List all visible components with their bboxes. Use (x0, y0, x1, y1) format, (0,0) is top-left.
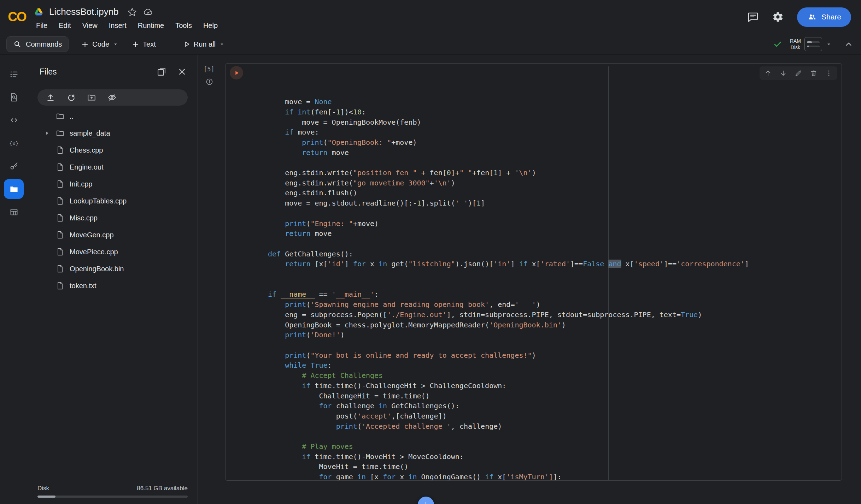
code-line[interactable]: print('Spawning engine and reading openi… (268, 300, 837, 310)
code-line[interactable]: if move: (268, 127, 837, 137)
code-line[interactable]: move = None (268, 97, 837, 107)
share-button[interactable]: Share (797, 7, 851, 27)
code-line[interactable]: ChallengeHit = time.time() (268, 391, 837, 401)
add-code-button[interactable]: Code (76, 36, 124, 52)
file-name: sample_data (70, 129, 110, 137)
menu-view[interactable]: View (77, 20, 103, 31)
code-line[interactable] (268, 279, 837, 290)
file-row[interactable]: sample_data (28, 125, 198, 142)
add-text-button[interactable]: Text (126, 36, 161, 52)
file-row[interactable]: Chess.cpp (28, 142, 198, 159)
notebook-title[interactable]: LichessBot.ipynb (49, 6, 119, 17)
code-line[interactable]: OpeningBook = chess.polyglot.MemoryMappe… (268, 320, 837, 330)
code-line[interactable] (268, 340, 837, 350)
collapse-header-button[interactable] (844, 40, 853, 49)
code-line[interactable]: return move (268, 148, 837, 158)
menu-edit[interactable]: Edit (53, 20, 76, 31)
menu-help[interactable]: Help (198, 20, 223, 31)
code-line[interactable]: # Accept Challenges (268, 370, 837, 381)
menu-tools[interactable]: Tools (170, 20, 198, 31)
code-line[interactable]: while True: (268, 360, 837, 370)
file-row[interactable]: .. (28, 108, 198, 125)
move-cell-up-button[interactable] (762, 67, 774, 79)
sidebar-variables-button[interactable]: {x} (4, 133, 24, 153)
panel-close-button[interactable] (177, 67, 187, 77)
edit-cell-ai-button[interactable] (792, 67, 805, 79)
sidebar-secrets-button[interactable] (4, 156, 24, 176)
sidebar-snippets-button[interactable] (4, 110, 24, 130)
code-line[interactable]: print('Done!') (268, 330, 837, 340)
code-line[interactable]: move = eng.stdout.readline()[:-1].split(… (268, 198, 837, 208)
move-cell-down-button[interactable] (777, 67, 790, 79)
sidebar-files-button[interactable] (4, 179, 24, 199)
delete-cell-button[interactable] (807, 67, 820, 79)
colab-app: CO LichessBot.ipynb (0, 0, 861, 504)
code-line[interactable]: move = OpeningBookMove(fenb) (268, 117, 837, 128)
menu-file[interactable]: File (30, 20, 53, 31)
file-row[interactable]: OpeningBook.bin (28, 260, 198, 277)
comments-button[interactable] (747, 11, 759, 23)
code-line[interactable]: post('accept',[challenge]) (268, 411, 837, 421)
play-outline-icon (183, 40, 191, 48)
code-line[interactable]: eng.stdin.write("go movetime 3000"+'\n') (268, 178, 837, 188)
code-line[interactable]: print('Accepted challenge ', challenge) (268, 421, 837, 432)
code-line[interactable]: if time.time()-MoveHit > MoveCooldown: (268, 452, 837, 462)
code-line[interactable]: # Play moves (268, 441, 837, 452)
run-all-button[interactable]: Run all (177, 36, 230, 52)
new-folder-button[interactable] (87, 93, 96, 102)
sidebar-toc-button[interactable] (4, 64, 24, 84)
menu-runtime[interactable]: Runtime (132, 20, 170, 31)
code-line[interactable]: for game in [x for x in OngoingGames() i… (268, 472, 837, 480)
key-icon (9, 161, 19, 171)
code-line[interactable]: return [x['id'] for x in get("listchlng"… (268, 259, 837, 269)
code-line[interactable]: print("Your bot is online and ready to a… (268, 350, 837, 361)
code-line[interactable]: if time.time()-ChallengeHit > ChallengeC… (268, 381, 837, 391)
toggle-hidden-files-button[interactable] (107, 93, 117, 102)
colab-logo[interactable]: CO (0, 0, 34, 34)
code-line[interactable]: eng = subprocess.Popen(['./Engine.out'],… (268, 310, 837, 320)
save-status-button[interactable] (143, 7, 153, 17)
code-line[interactable]: if int(fen[-1])<10: (268, 107, 837, 117)
comment-icon (747, 11, 759, 23)
resource-monitor[interactable]: RAM Disk (790, 37, 832, 51)
code-line[interactable]: print("Engine: "+move) (268, 219, 837, 229)
file-row[interactable]: token.txt (28, 277, 198, 294)
settings-button[interactable] (772, 11, 784, 23)
scroll-down-fab[interactable] (418, 497, 434, 504)
file-row[interactable]: Init.cpp (28, 176, 198, 192)
sidebar-find-button[interactable] (4, 87, 24, 107)
code-line[interactable]: def GetChallenges(): (268, 249, 837, 259)
cell-info-icon[interactable] (205, 78, 213, 86)
star-button[interactable] (127, 7, 137, 17)
command-palette-button[interactable]: Commands (6, 36, 69, 52)
panel-popout-button[interactable] (157, 67, 166, 77)
plus-icon (131, 40, 140, 48)
code-line[interactable] (268, 158, 837, 168)
cell-more-button[interactable] (822, 67, 835, 79)
code-line[interactable]: return move (268, 229, 837, 239)
file-row[interactable]: LookupTables.cpp (28, 192, 198, 209)
code-line[interactable] (268, 269, 837, 279)
sidebar-table-button[interactable] (4, 202, 24, 222)
code-line[interactable] (268, 208, 837, 219)
upload-file-button[interactable] (46, 93, 55, 102)
refresh-files-button[interactable] (66, 93, 76, 102)
file-row[interactable]: Engine.out (28, 159, 198, 176)
code-line[interactable]: for challenge in GetChallenges(): (268, 401, 837, 411)
expand-caret-icon[interactable] (44, 130, 50, 136)
file-row[interactable]: MoveGen.cpp (28, 226, 198, 243)
header-main: LichessBot.ipynb (34, 0, 747, 34)
code-line[interactable]: eng.stdin.write("position fen " + fen[0]… (268, 168, 837, 178)
code-editor[interactable]: move = None if int(fen[-1])<10: move = O… (268, 66, 837, 480)
code-line[interactable] (268, 431, 837, 441)
code-line[interactable]: eng.stdin.flush() (268, 188, 837, 198)
run-cell-button[interactable] (230, 66, 243, 79)
file-row[interactable]: Misc.cpp (28, 209, 198, 226)
code-line[interactable]: MoveHit = time.time() (268, 462, 837, 472)
menu-insert[interactable]: Insert (103, 20, 132, 31)
file-row[interactable]: MovePiece.cpp (28, 243, 198, 260)
code-line[interactable]: if __name__ == '__main__': (268, 289, 837, 300)
code-line[interactable] (268, 239, 837, 249)
code-line[interactable]: print("OpeningBook: "+move) (268, 137, 837, 148)
svg-text:{x}: {x} (9, 140, 18, 146)
